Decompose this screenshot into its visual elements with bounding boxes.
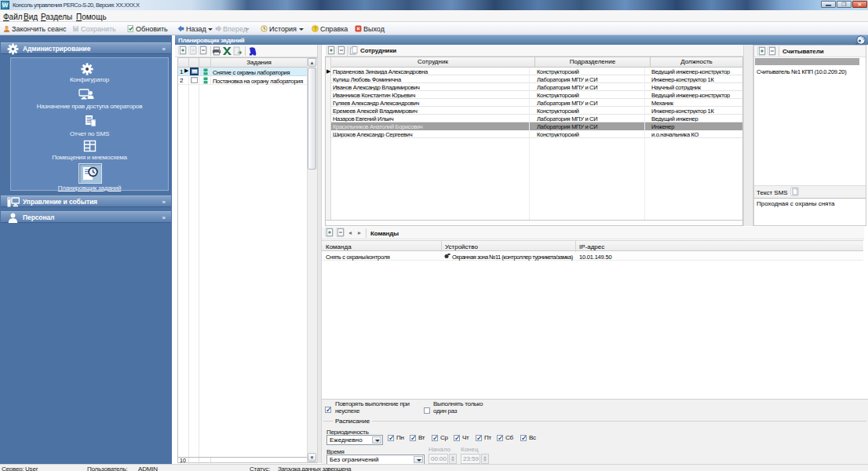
svg-text:?: ?: [314, 26, 317, 31]
